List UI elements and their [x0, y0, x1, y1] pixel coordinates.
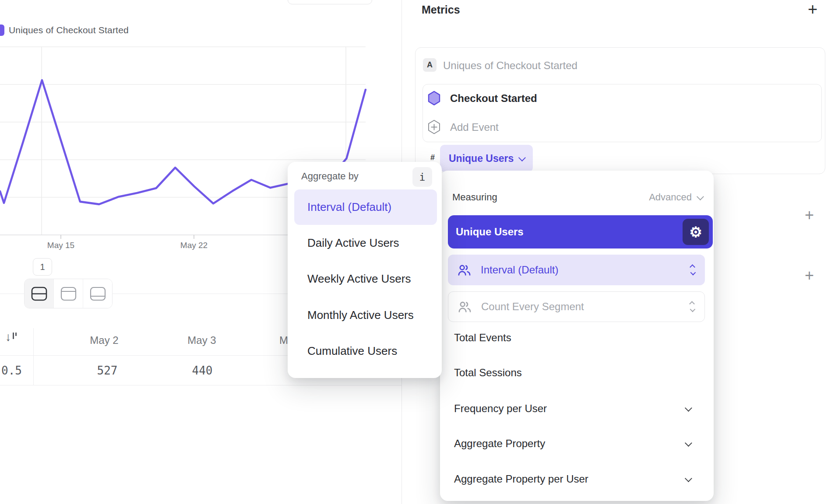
info-button[interactable]: i — [412, 167, 432, 187]
menu-item-label: Interval (Default) — [481, 264, 558, 276]
footer-bottom-icon — [90, 287, 106, 301]
selected-measure-label: Unique Users — [456, 226, 524, 238]
menu-item-weekly-active-users[interactable]: Weekly Active Users — [307, 272, 411, 286]
table-column-divider — [33, 328, 34, 385]
advanced-toggle[interactable]: Advanced — [649, 192, 702, 203]
menu-item-label: Total Sessions — [454, 367, 522, 379]
menu-item-cumulative-users[interactable]: Cumulative Users — [307, 344, 397, 358]
add-event-hexagon-icon — [427, 119, 441, 136]
layout-header-top-button[interactable] — [54, 279, 83, 308]
menu-item-frequency-per-user[interactable]: Frequency per User — [454, 402, 699, 415]
add-breakdown-icon[interactable]: + — [805, 268, 814, 284]
measuring-title: Measuring — [452, 192, 497, 203]
measure-chip-label: Unique Users — [449, 153, 514, 164]
chevron-down-icon — [697, 193, 704, 200]
cropped-toolbar-button[interactable] — [288, 0, 372, 4]
split-rows-icon — [31, 287, 47, 301]
hash-symbol: # — [430, 153, 435, 162]
menu-item-count-every-segment[interactable]: Count Every Segment — [448, 291, 705, 322]
menu-item-aggregate-property[interactable]: Aggregate Property — [454, 438, 699, 450]
x-tick-label: May 15 — [47, 241, 74, 250]
sort-descending-icon[interactable]: ↓ — [5, 331, 17, 343]
measuring-menu: Measuring Advanced Unique Users ⚙ Interv… — [440, 171, 714, 501]
x-tick-label: May 22 — [180, 241, 208, 250]
gear-icon[interactable]: ⚙ — [683, 219, 709, 245]
event-name[interactable]: Checkout Started — [450, 92, 537, 105]
metrics-panel-title: Metrics — [422, 4, 460, 16]
menu-item-label: Aggregate Property — [454, 438, 545, 450]
chart-legend[interactable]: Uniques of Checkout Started — [0, 24, 129, 36]
people-icon — [458, 301, 472, 313]
table-header-cell[interactable]: May 3 — [187, 334, 216, 346]
header-top-icon — [60, 287, 77, 301]
menu-item-total-events[interactable]: Total Events — [454, 332, 699, 344]
table-header-cell[interactable]: M — [279, 334, 288, 346]
people-icon — [458, 264, 471, 276]
measure-type-chip[interactable]: Unique Users — [440, 145, 533, 172]
select-updown-icon — [690, 265, 694, 275]
aggregate-by-title: Aggregate by — [301, 171, 359, 182]
metric-card-title: Uniques of Checkout Started — [443, 60, 577, 72]
menu-item-label: Aggregate Property per User — [454, 473, 588, 485]
series-letter-badge: A — [423, 58, 437, 72]
menu-item-monthly-active-users[interactable]: Monthly Active Users — [307, 308, 414, 322]
chevron-down-icon — [685, 475, 692, 482]
aggregate-by-menu: Aggregate by i Interval (Default) Daily … — [288, 162, 442, 378]
layout-toggle-group — [24, 279, 113, 308]
page-number-button[interactable]: 1 — [33, 258, 52, 276]
event-hexagon-icon — [427, 91, 441, 108]
layout-footer-bottom-button[interactable] — [83, 279, 112, 308]
chevron-down-icon — [518, 154, 526, 161]
menu-item-interval-default-[interactable]: Interval (Default) — [448, 255, 705, 285]
menu-item-aggregate-property-per-user[interactable]: Aggregate Property per User — [454, 473, 699, 485]
menu-item-daily-active-users[interactable]: Daily Active Users — [307, 236, 399, 250]
select-updown-icon — [690, 302, 694, 312]
legend-swatch-icon — [0, 24, 4, 36]
table-row-label: 0.5 — [0, 364, 22, 377]
table-value-cell: 440 — [192, 364, 213, 377]
layout-split-rows-button[interactable] — [25, 279, 54, 308]
legend-label: Uniques of Checkout Started — [9, 25, 129, 35]
add-event-button[interactable]: Add Event — [450, 121, 499, 133]
chevron-down-icon — [685, 404, 692, 412]
advanced-label: Advanced — [649, 192, 692, 203]
chevron-down-icon — [685, 439, 692, 447]
menu-item-interval-default[interactable]: Interval (Default) — [294, 189, 437, 225]
table-header-cell[interactable]: May 2 — [90, 334, 118, 346]
table-value-cell: 527 — [97, 364, 118, 377]
menu-item-unique-users-selected[interactable]: Unique Users ⚙ — [448, 215, 713, 248]
table-row-border — [0, 385, 401, 385]
add-metric-icon[interactable]: + — [808, 1, 817, 18]
menu-item-total-sessions[interactable]: Total Sessions — [454, 367, 699, 379]
menu-item-label: Frequency per User — [454, 402, 547, 415]
menu-item-label: Count Every Segment — [481, 301, 584, 313]
menu-item-label: Total Events — [454, 332, 511, 344]
add-filter-icon[interactable]: + — [805, 207, 814, 223]
